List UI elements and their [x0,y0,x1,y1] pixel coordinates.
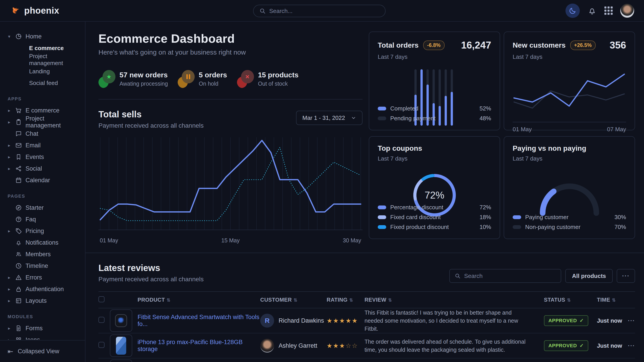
sidebar-item-e-commerce[interactable]: ▸E commerce [7,105,81,116]
sidebar-item-icons[interactable]: ▸Icons [7,334,81,340]
sidebar-item-timeline[interactable]: Timeline [7,260,81,272]
product-link[interactable]: iPhone 13 pro max-Pacific Blue-128GB sto… [138,339,243,353]
stat-red: ×15 productsOut of stock [237,70,298,88]
chevron-down-icon [351,115,356,120]
sidebar-item-landing[interactable]: Landing [7,65,81,77]
sidebar-item-e-commerce[interactable]: E commerce [7,42,81,54]
row-more-button[interactable]: ··· [628,317,635,324]
total-sells-subtitle: Payment received across all channels [98,122,204,129]
sidebar-item-starter[interactable]: Starter [7,202,81,214]
sidebar-item-events[interactable]: ▸Events [7,151,81,163]
sidebar-item-errors[interactable]: ▸Errors [7,272,81,283]
paying-title: Paying vs non paying [513,144,586,152]
review-time: Just now [597,333,628,358]
column-header-time[interactable]: TIME⇅ [597,292,628,308]
global-search-input[interactable]: Search... [253,5,386,17]
all-products-button[interactable]: All products [565,269,613,283]
legend-value: 30% [614,214,626,221]
sidebar-item-project-management[interactable]: Project management [7,54,81,65]
caret-right-icon: ▸ [7,326,12,331]
column-header-customer[interactable]: CUSTOMER⇅ [260,292,327,308]
total-orders-title: Total orders [378,41,419,49]
sidebar-item-pricing[interactable]: ▸Pricing [7,225,81,237]
more-options-button[interactable]: ··· [617,269,635,283]
theme-toggle-button[interactable] [566,3,580,18]
review-row: iPhone 13 pro max-Pacific Blue-128GB sto… [98,333,635,358]
product-thumbnail[interactable] [110,360,132,362]
brand-name: phoenix [24,5,59,16]
sort-icon: ⇅ [294,298,298,303]
status-badge: APPROVED ✓ [544,340,588,351]
sidebar-item-social-feed[interactable]: Social feed [7,77,81,89]
caret-right-icon: ▸ [7,143,12,148]
caret-right-icon: ▸ [7,337,12,340]
paying-legend: Paying customer30%Non-paying customer70% [513,212,626,232]
column-header-rating[interactable]: RATING⇅ [327,292,364,308]
sidebar-item-calendar[interactable]: Calendar [7,174,81,186]
review-row-partial [98,358,635,362]
notifications-button[interactable] [588,6,597,15]
file-text-icon [15,325,22,332]
reviews-search-input[interactable]: Search [449,269,561,283]
column-header-product[interactable]: PRODUCT⇅ [138,292,260,308]
date-range-select[interactable]: Mar 1 - 31, 2022 [296,111,362,125]
apps-grid-button[interactable] [604,6,613,15]
bell-icon [15,239,22,246]
x-end-label: 07 May [607,126,626,133]
sidebar-item-layouts[interactable]: ▸Layouts [7,295,81,307]
collapsed-view-label: Collapsed View [18,348,59,355]
legend-value: 48% [480,115,491,122]
cart-icon [15,107,22,114]
sidebar-item-authentication[interactable]: ▸Authentication [7,283,81,295]
product-thumbnail-smartwatch[interactable] [110,310,132,332]
sidebar-item-forms[interactable]: ▸Forms [7,323,81,334]
row-checkbox[interactable] [98,317,104,323]
latest-reviews-title: Latest reviews [98,263,204,273]
product-link[interactable]: Fitbit Sense Advanced Smartwatch with To… [138,314,259,327]
legend-item: Non-paying customer70% [513,222,626,232]
caret-right-icon: ▸ [7,298,12,304]
paying-gauge-chart [532,176,606,216]
total-orders-badge: -6.8% [423,40,444,50]
sidebar-item-chat[interactable]: Chat [7,128,81,139]
main-content: Ecommerce Dashboard Here's what's going … [86,22,644,362]
row-more-button[interactable]: ··· [628,342,635,349]
brand-logo[interactable]: phoenix [0,5,59,16]
select-all-checkbox[interactable] [98,296,104,302]
legend-item: Pending payment48% [378,113,491,123]
stat-sublabel: Awating processing [120,80,168,87]
legend-value: 18% [480,214,491,221]
x-start-label: 01 May [513,126,532,133]
product-thumbnail-iphone[interactable] [110,335,132,357]
divider [98,99,362,99]
date-range-value: Mar 1 - 31, 2022 [302,114,345,121]
rating-stars: ★★★★★ [327,317,358,324]
total-orders-card: Total orders -6.8% 16,247 Last 7 days Co… [369,31,500,130]
stat-orange: 5 ordersOn hold [178,70,227,88]
caret-right-icon: ▸ [7,286,12,292]
sidebar-item-notifications[interactable]: Notifications [7,237,81,248]
row-checkbox[interactable] [98,342,104,348]
sidebar-item-faq[interactable]: Faq [7,214,81,225]
sidebar-item-members[interactable]: Members [7,248,81,260]
legend-label: Completed [390,105,418,112]
share-icon [15,165,22,172]
total-sells-x-axis: 01 May15 May30 May [98,237,362,244]
review-row: Fitbit Sense Advanced Smartwatch with To… [98,308,635,333]
collapsed-view-toggle[interactable]: ⇤ Collapsed View [0,340,85,362]
search-icon [259,8,266,14]
column-header-status[interactable]: STATUS⇅ [544,292,597,308]
sidebar-item-email[interactable]: ▸Email [7,139,81,151]
customer-avatar [260,339,274,353]
sidebar-item-home[interactable]: ▾Home [7,31,81,42]
new-customers-x-axis: 01 May 07 May [513,122,626,133]
legend-swatch [513,215,521,219]
new-customers-value: 356 [610,39,626,51]
sidebar-item-project-management[interactable]: ▸Project management [7,116,81,128]
sidebar-item-social[interactable]: ▸Social [7,163,81,174]
sort-icon: ⇅ [612,298,616,303]
tag-icon [15,228,22,234]
column-header-review[interactable]: REVIEW⇅ [364,292,544,308]
user-avatar[interactable] [620,4,634,18]
legend-swatch [378,206,386,209]
